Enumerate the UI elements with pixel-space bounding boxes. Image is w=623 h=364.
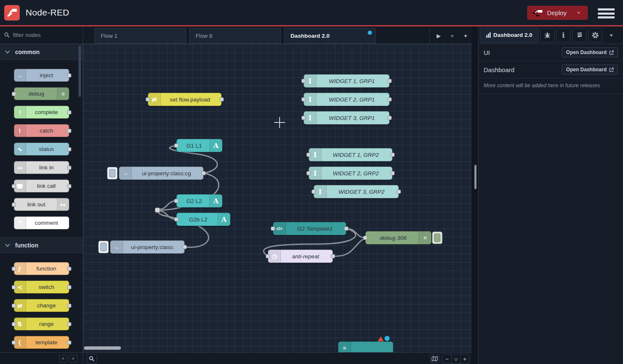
zoom-in-button[interactable]: + [460,354,469,363]
palette-category-common[interactable]: common [0,44,83,60]
node-set-flow-payload[interactable]: ⇄set flow.payload [148,93,222,106]
output-port[interactable] [390,153,395,157]
input-port[interactable] [12,285,16,289]
output-port[interactable] [67,166,71,170]
flow-canvas[interactable]: ⇄set flow.payloadIWIDGET 1, GRP1IWIDGET … [83,44,472,352]
palette-node-comment[interactable]: ❝comment [14,216,69,229]
palette-node-catch[interactable]: !catch [14,124,69,137]
input-port[interactable] [266,254,270,258]
node-g2-l2[interactable]: AG2 L2 [176,194,222,208]
palette-scrollbar[interactable] [79,46,81,97]
zoom-reset-button[interactable]: ○ [451,354,460,363]
expand-all-button[interactable]: » [69,355,78,362]
canvas-horizontal-scrollbar[interactable] [84,346,121,350]
palette-node-template[interactable]: {template [14,336,69,349]
input-port[interactable] [301,79,306,83]
palette-node-switch[interactable]: ≺switch [14,281,69,294]
output-port[interactable] [67,322,71,326]
palette-node-function[interactable]: ƒfunction [14,262,69,275]
palette-node-change[interactable]: ⇄change [14,299,69,312]
palette-node-link-out[interactable]: ↦link out [14,198,69,211]
sidebar-tab-dashboard[interactable]: Dashboard 2.0 [480,28,539,43]
node-g1-l1[interactable]: AG1 L1 [176,139,222,152]
previous-tabs-icon[interactable]: ▶ [434,31,443,41]
input-port[interactable] [306,153,311,157]
output-port[interactable] [67,341,71,345]
output-port[interactable] [220,97,224,101]
node-widget-3-grp1[interactable]: IWIDGET 3, GRP1 [304,111,390,125]
collapse-all-button[interactable]: « [59,355,68,362]
palette-node-complete[interactable]: !complete [14,106,69,119]
input-port[interactable] [12,322,16,326]
debug-toggle-button[interactable] [432,231,442,244]
output-port[interactable] [67,267,71,271]
node-widget-3-grp2[interactable]: IWIDGET 3, GRP2 [314,185,399,198]
output-port[interactable] [67,110,71,114]
sidebar-menu-button[interactable]: ▾ [604,28,618,42]
input-port[interactable] [271,226,275,231]
node-g2b-l2[interactable]: AG2b L2 [176,213,230,226]
node-debug-306[interactable]: ≡debug 306 [365,231,432,244]
canvas-vertical-scrollbar[interactable] [474,165,476,189]
input-port[interactable] [174,199,178,203]
output-port[interactable] [331,254,335,258]
node-ui-property-class[interactable]: →ui-property:class: [110,240,185,254]
info-sidebar-button[interactable]: i [556,28,571,42]
output-port[interactable] [67,184,71,188]
input-port[interactable] [12,203,16,207]
output-port[interactable] [67,304,71,308]
input-port[interactable] [174,143,178,148]
output-port[interactable] [183,245,187,249]
node-ui-property-class-cg[interactable]: →ui-property:class:cg [119,166,204,180]
output-port[interactable] [67,129,71,133]
add-flow-icon[interactable]: + [448,31,457,41]
node-widget-2-grp2[interactable]: IWIDGET 2, GRP2 [309,166,393,180]
main-menu-button[interactable] [598,8,615,18]
node-widget-2-grp1[interactable]: IWIDGET 2, GRP1 [304,93,390,106]
palette-filter-input[interactable] [13,32,76,38]
search-flows-button[interactable] [86,354,97,364]
input-port[interactable] [301,97,306,101]
input-port[interactable] [312,190,316,194]
input-port[interactable] [12,92,16,96]
output-port[interactable] [397,190,401,194]
output-port[interactable] [387,116,392,120]
node-anti-repeat[interactable]: ◷anti-repeat [268,250,333,263]
palette-node-link-in[interactable]: ↦link in [14,161,69,174]
zoom-out-button[interactable]: − [442,354,451,363]
workspace-tab-flow-8[interactable]: Flow 8 [189,28,281,44]
input-port[interactable] [12,267,16,271]
help-sidebar-button[interactable] [572,28,586,42]
input-port[interactable] [146,97,150,101]
workspace-tab-flow-1[interactable]: Flow 1 [94,28,186,44]
palette-node-status[interactable]: ∿status [14,143,69,156]
palette-node-debug[interactable]: ≡debug [14,87,69,100]
inject-button[interactable] [107,167,118,179]
output-port[interactable] [387,97,392,101]
wire-junction[interactable] [155,208,160,213]
palette-node-inject[interactable]: →inject [14,69,69,82]
input-port[interactable] [363,236,367,240]
palette-node-range[interactable]: ⇅range [14,317,69,330]
config-sidebar-button[interactable] [588,28,602,42]
node-g2-template1[interactable]: </>G2 Template1 [273,222,346,235]
output-port[interactable] [67,285,71,289]
output-port[interactable] [390,171,395,175]
tab-list-icon[interactable]: ▾ [461,31,470,41]
node-partial-node[interactable]: ≡ [338,341,393,352]
palette-node-link-call[interactable]: ☎link call [14,179,69,192]
output-port[interactable] [67,147,71,151]
open-dashboard-button[interactable]: Open Dashboard [562,65,618,75]
minimap-button[interactable] [430,354,440,363]
input-port[interactable] [12,304,16,308]
node-widget-1-grp2[interactable]: IWIDGET 1, GRP2 [309,148,393,161]
open-dashboard-button[interactable]: Open Dashboard [562,47,618,57]
output-port[interactable] [344,226,348,231]
deploy-options-icon[interactable]: ▾ [573,10,580,16]
inject-button[interactable] [98,241,109,253]
input-port[interactable] [12,184,16,188]
palette-category-function[interactable]: function [0,237,83,253]
output-port[interactable] [67,73,71,78]
input-port[interactable] [306,171,311,175]
input-port[interactable] [174,217,178,221]
